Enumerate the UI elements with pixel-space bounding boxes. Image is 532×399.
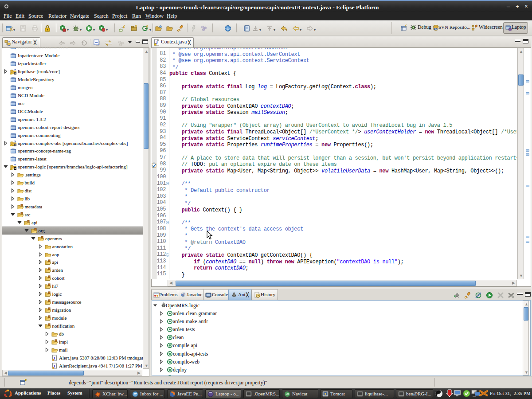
svg-text:J: J	[509, 25, 511, 29]
svg-text:SVN: SVN	[434, 28, 438, 31]
